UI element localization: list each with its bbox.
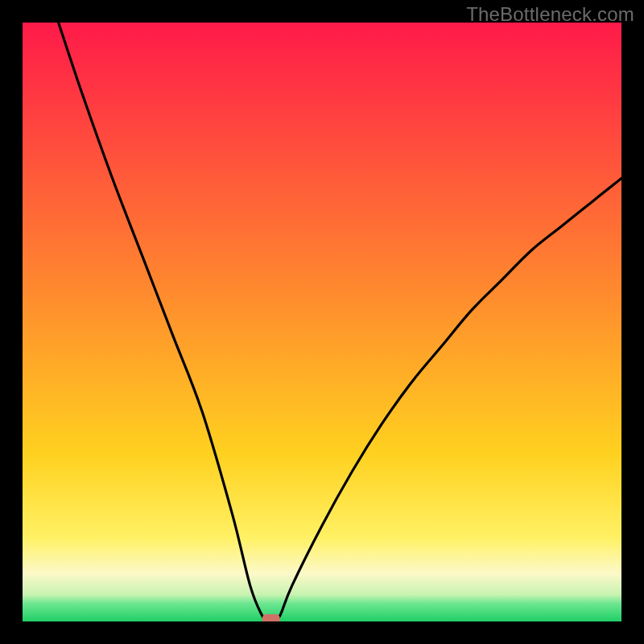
- bottleneck-curve: [59, 23, 621, 621]
- minimum-marker: [262, 614, 280, 621]
- gradient-plot-area: [23, 23, 621, 621]
- curve-svg: [23, 23, 621, 621]
- chart-frame: TheBottleneck.com: [0, 0, 644, 644]
